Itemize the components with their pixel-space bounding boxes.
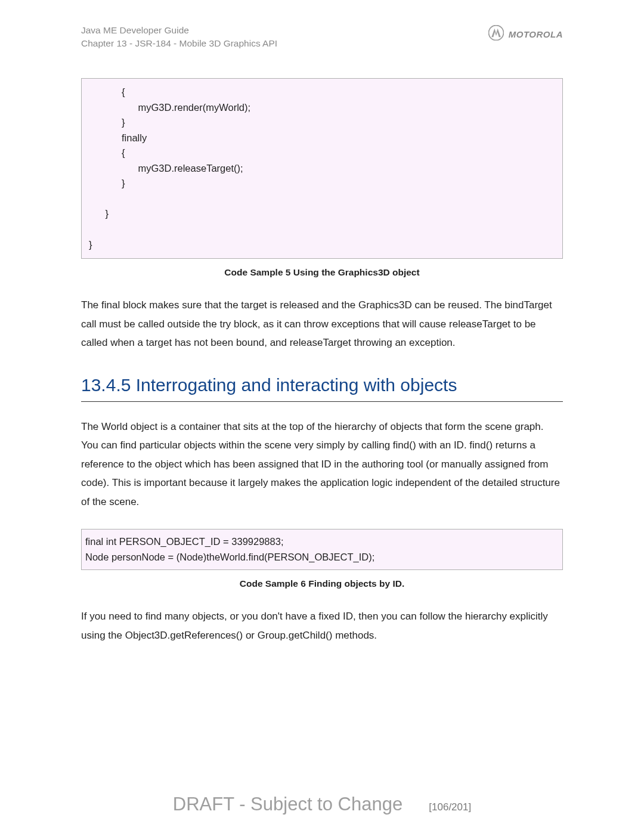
doc-title: Java ME Developer Guide [81, 24, 277, 37]
page-header: Java ME Developer Guide Chapter 13 - JSR… [81, 24, 563, 51]
paragraph-2: The World object is a container that sit… [81, 417, 563, 511]
page-content: Java ME Developer Guide Chapter 13 - JSR… [0, 0, 644, 645]
section-heading: 13.4.5 Interrogating and interacting wit… [81, 373, 563, 402]
motorola-logo-icon [488, 25, 504, 43]
brand-text: MOTOROLA [509, 29, 563, 39]
header-left: Java ME Developer Guide Chapter 13 - JSR… [81, 24, 277, 51]
paragraph-1: The final block makes sure that the targ… [81, 296, 563, 352]
page-number: [106/201] [429, 801, 471, 813]
code-caption-5: Code Sample 5 Using the Graphics3D objec… [81, 267, 563, 278]
page-footer: DRAFT - Subject to Change [106/201] [0, 794, 644, 815]
svg-point-0 [488, 26, 503, 41]
code-caption-6: Code Sample 6 Finding objects by ID. [81, 578, 563, 589]
draft-watermark: DRAFT - Subject to Change [173, 794, 402, 815]
code-sample-5: { myG3D.render(myWorld); } finally { myG… [81, 78, 563, 259]
header-brand: MOTOROLA [488, 24, 563, 43]
chapter-title: Chapter 13 - JSR-184 - Mobile 3D Graphic… [81, 37, 277, 50]
code-sample-6: final int PERSON_OBJECT_ID = 339929883; … [81, 529, 563, 570]
paragraph-3: If you need to find many objects, or you… [81, 607, 563, 645]
